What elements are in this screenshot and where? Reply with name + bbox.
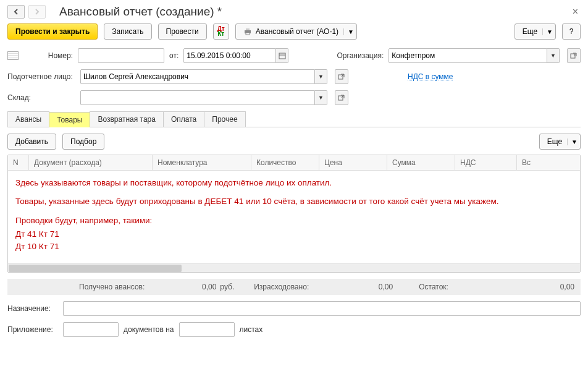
docs-on-label: документов на bbox=[124, 325, 174, 334]
person-open-button[interactable] bbox=[335, 69, 348, 84]
col-total[interactable]: Вс bbox=[517, 155, 580, 170]
horizontal-scrollbar[interactable] bbox=[8, 263, 580, 272]
svg-rect-1 bbox=[246, 28, 250, 30]
add-row-button[interactable]: Добавить bbox=[7, 134, 56, 150]
number-input[interactable] bbox=[78, 48, 164, 63]
table-body-note: Здесь указываются товары и поставщик, ко… bbox=[8, 171, 580, 263]
printer-icon bbox=[243, 28, 252, 35]
goods-table: N Документ (расхода) Номенклатура Количе… bbox=[7, 155, 581, 273]
tab-goods[interactable]: Товары bbox=[49, 112, 90, 127]
sheets-count-input[interactable] bbox=[179, 322, 235, 337]
from-label: от: bbox=[169, 51, 178, 60]
svg-rect-2 bbox=[246, 33, 250, 35]
post-button[interactable]: Провести bbox=[158, 23, 207, 40]
org-label: Организация: bbox=[328, 51, 384, 60]
col-document[interactable]: Документ (расхода) bbox=[29, 155, 153, 170]
pick-button[interactable]: Подбор bbox=[62, 134, 104, 150]
org-input[interactable] bbox=[388, 48, 547, 63]
window-title: Авансовый отчет (создание) * bbox=[59, 5, 566, 19]
tab-advances[interactable]: Авансы bbox=[7, 111, 49, 127]
spent-value: 0,00 bbox=[313, 283, 393, 291]
date-input[interactable] bbox=[183, 48, 276, 63]
col-vat[interactable]: НДС bbox=[455, 155, 517, 170]
table-header: N Документ (расхода) Номенклатура Количе… bbox=[8, 155, 580, 171]
calendar-button[interactable] bbox=[276, 48, 288, 63]
dk-button[interactable]: ДтКт bbox=[213, 23, 229, 40]
nav-forward-button[interactable] bbox=[28, 5, 46, 19]
attachment-label: Приложение: bbox=[7, 325, 58, 334]
purpose-input[interactable] bbox=[63, 301, 581, 316]
warehouse-dropdown-button[interactable]: ▼ bbox=[315, 90, 327, 105]
currency-label: руб. bbox=[220, 283, 234, 291]
svg-rect-5 bbox=[571, 54, 575, 58]
calendar-icon bbox=[279, 52, 286, 59]
chevron-down-icon: ▼ bbox=[567, 139, 578, 145]
col-price[interactable]: Цена bbox=[319, 155, 387, 170]
balance-label: Остаток: bbox=[419, 283, 448, 291]
tab-payment[interactable]: Оплата bbox=[163, 111, 204, 127]
docs-count-input[interactable] bbox=[63, 322, 119, 337]
org-open-button[interactable] bbox=[567, 48, 581, 63]
svg-rect-9 bbox=[338, 96, 343, 100]
balance-value: 0,00 bbox=[452, 283, 574, 291]
tab-returnable[interactable]: Возвратная тара bbox=[90, 111, 164, 127]
debit-credit-icon: ДтКт bbox=[217, 27, 225, 36]
print-report-button[interactable]: Авансовый отчет (АО-1) ▼ bbox=[235, 23, 357, 40]
document-icon bbox=[7, 51, 19, 60]
save-button[interactable]: Записать bbox=[104, 23, 151, 40]
col-nomenclature[interactable]: Номенклатура bbox=[153, 155, 251, 170]
spent-label: Израсходовано: bbox=[254, 283, 309, 291]
purpose-label: Назначение: bbox=[7, 304, 58, 313]
tab-other[interactable]: Прочее bbox=[204, 111, 245, 127]
open-icon bbox=[338, 94, 345, 101]
svg-rect-3 bbox=[279, 53, 285, 59]
help-button[interactable]: ? bbox=[562, 23, 581, 40]
close-icon[interactable]: × bbox=[570, 6, 581, 17]
number-label: Номер: bbox=[23, 51, 73, 60]
received-value: 0,00 bbox=[148, 283, 216, 291]
chevron-down-icon: ▼ bbox=[542, 28, 553, 35]
tab-bar: Авансы Товары Возвратная тара Оплата Про… bbox=[7, 111, 581, 127]
col-qty[interactable]: Количество bbox=[251, 155, 319, 170]
warehouse-input[interactable] bbox=[80, 90, 315, 105]
person-label: Подотчетное лицо: bbox=[7, 72, 75, 81]
summary-bar: Получено авансов: 0,00 руб. Израсходован… bbox=[7, 279, 581, 295]
svg-rect-7 bbox=[338, 75, 343, 79]
table-more-button[interactable]: Еще ▼ bbox=[539, 134, 581, 150]
org-dropdown-button[interactable]: ▼ bbox=[547, 48, 560, 63]
col-sum[interactable]: Сумма bbox=[387, 155, 455, 170]
warehouse-label: Склад: bbox=[7, 93, 75, 102]
open-icon bbox=[338, 73, 345, 80]
vat-mode-link[interactable]: НДС в сумме bbox=[408, 72, 453, 81]
open-icon bbox=[570, 52, 578, 59]
chevron-down-icon: ▼ bbox=[343, 28, 354, 35]
warehouse-open-button[interactable] bbox=[335, 90, 348, 105]
post-and-close-button[interactable]: Провести и закрыть bbox=[7, 23, 98, 40]
more-button[interactable]: Еще ▼ bbox=[514, 23, 556, 40]
person-dropdown-button[interactable]: ▼ bbox=[315, 69, 327, 84]
scrollbar-thumb[interactable] bbox=[9, 265, 182, 272]
col-n[interactable]: N bbox=[8, 155, 29, 170]
received-label: Получено авансов: bbox=[79, 283, 145, 291]
nav-back-button[interactable] bbox=[7, 5, 25, 19]
person-input[interactable] bbox=[80, 69, 315, 84]
sheets-label: листах bbox=[240, 325, 263, 334]
